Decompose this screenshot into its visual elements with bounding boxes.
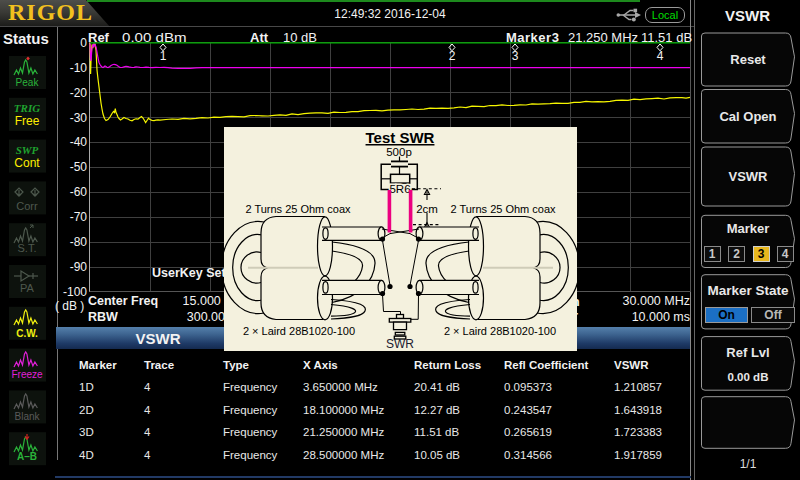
svg-text:S.T.: S.T.: [18, 242, 37, 254]
svg-text:2 Turns 25 Ohm coax: 2 Turns 25 Ohm coax: [245, 203, 351, 215]
svg-text:Freeze: Freeze: [11, 369, 43, 380]
svg-text:PA: PA: [20, 282, 35, 294]
svg-text:Peak: Peak: [16, 77, 40, 88]
svg-text:C.W.: C.W.: [16, 328, 38, 339]
svg-text:Test SWR: Test SWR: [366, 129, 435, 146]
svg-text:Corr: Corr: [16, 200, 38, 212]
svg-text:Cont: Cont: [14, 156, 40, 170]
svg-text:Free: Free: [15, 114, 40, 128]
svg-text:2cm: 2cm: [416, 203, 438, 215]
svg-text:A–B: A–B: [17, 451, 37, 462]
svg-text:SWR: SWR: [386, 337, 414, 351]
svg-text:SWP: SWP: [16, 144, 39, 156]
svg-text:500p: 500p: [386, 146, 412, 158]
svg-text:2 × Laird 28B1020-100: 2 × Laird 28B1020-100: [444, 325, 556, 337]
svg-text:2 × Laird 28B1020-100: 2 × Laird 28B1020-100: [243, 325, 355, 337]
svg-text:TRIG: TRIG: [14, 102, 40, 114]
svg-text:Blank: Blank: [14, 411, 40, 422]
svg-text:2 Turns 25 Ohm coax: 2 Turns 25 Ohm coax: [450, 203, 556, 215]
svg-text:5R6: 5R6: [389, 183, 410, 195]
